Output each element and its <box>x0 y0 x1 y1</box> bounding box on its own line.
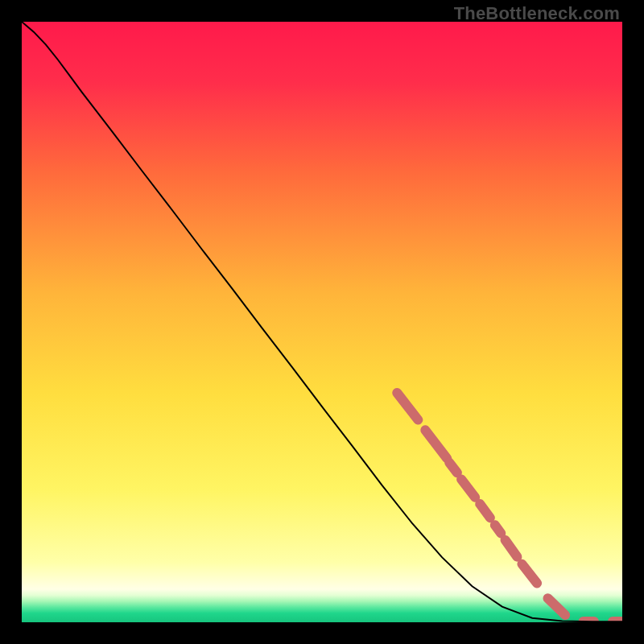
dash-segment <box>495 525 501 533</box>
plot-background <box>22 22 622 622</box>
dash-segment <box>449 463 457 473</box>
chart-frame <box>22 22 622 622</box>
watermark-text: TheBottleneck.com <box>454 3 620 24</box>
chart-svg <box>22 22 622 622</box>
